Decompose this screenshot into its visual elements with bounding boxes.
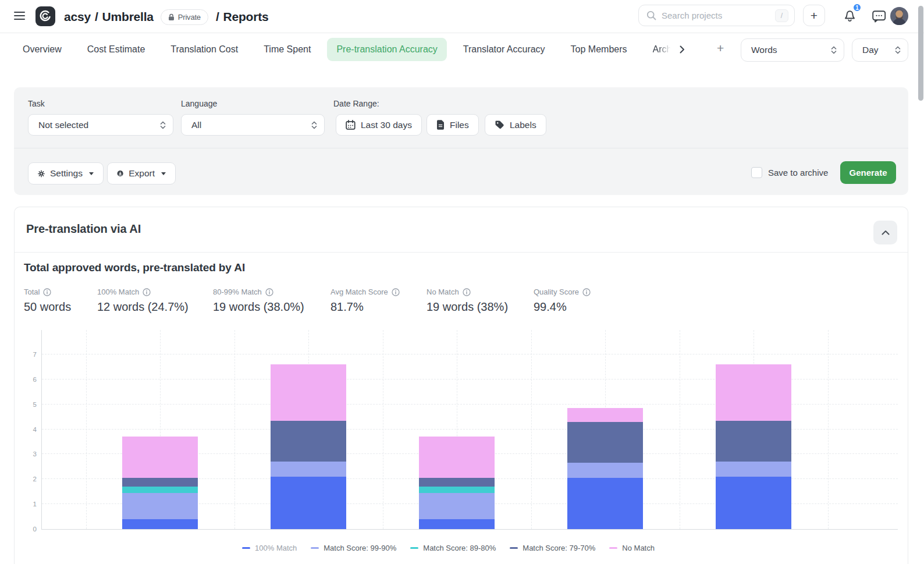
stat-label: 80-99% Match (213, 288, 262, 296)
stat-quality-score: Quality Score99.4% (534, 288, 615, 314)
task-select[interactable]: Not selected (28, 114, 173, 136)
legend-item-match-score-89-80-[interactable]: Match Score: 89-80% (410, 544, 496, 552)
bar-segment (716, 462, 791, 477)
chart-legend: 100% MatchMatch Score: 99-90%Match Score… (2, 544, 895, 552)
info-icon[interactable] (392, 288, 400, 296)
breadcrumb-separator: / (216, 10, 219, 24)
download-icon (117, 168, 123, 179)
info-icon[interactable] (463, 288, 471, 296)
stat-label: 100% Match (97, 288, 139, 296)
stat-100-match: 100% Match12 words (24.7%) (97, 288, 213, 314)
chevron-right-icon (677, 44, 687, 55)
date-range-value: Last 30 days (361, 120, 412, 130)
legend-color-dash (609, 547, 617, 549)
settings-button-label: Settings (50, 168, 83, 179)
breadcrumb-separator: / (95, 10, 98, 24)
period-select-value: Day (862, 45, 879, 55)
info-icon[interactable] (582, 288, 591, 296)
files-filter-label: Files (450, 120, 469, 130)
gear-icon (38, 169, 45, 179)
privacy-badge: Private (161, 9, 208, 25)
language-select[interactable]: All (181, 114, 325, 136)
collapse-button[interactable] (873, 221, 897, 244)
legend-item-match-score-99-90-[interactable]: Match Score: 99-90% (311, 544, 396, 552)
y-axis-label: 0 (33, 526, 37, 533)
y-axis-label: 6 (33, 376, 37, 383)
calendar-icon (346, 120, 356, 130)
bar-segment (271, 477, 346, 529)
messages-button[interactable] (872, 10, 886, 25)
info-icon[interactable] (143, 288, 151, 296)
bar-segment (419, 493, 495, 519)
y-axis-label: 5 (33, 401, 37, 408)
tab-translator-accuracy[interactable]: Translator Accuracy (463, 44, 545, 55)
search-icon (646, 10, 656, 20)
stats-row: Total50 words100% Match12 words (24.7%)8… (24, 288, 615, 314)
date-range-button[interactable]: Last 30 days (336, 114, 422, 136)
topbar: acsy / Umbrella Private / Reports Search… (0, 0, 924, 33)
scrollbar-thumb[interactable] (918, 6, 923, 101)
gridline-horizontal (42, 354, 898, 354)
stat-label: No Match (427, 288, 459, 296)
task-select-value: Not selected (38, 120, 88, 130)
tab-archive[interactable]: Arch (653, 44, 672, 55)
labels-filter-button[interactable]: Labels (485, 114, 546, 136)
select-stepper-icon (160, 120, 166, 130)
stat-label: Total (24, 288, 40, 296)
bar-segment (271, 462, 346, 477)
legend-item-no-match[interactable]: No Match (609, 544, 655, 552)
caret-down-icon (89, 172, 94, 175)
tag-icon (495, 120, 504, 130)
tab-translation-cost[interactable]: Translation Cost (170, 44, 238, 55)
user-avatar[interactable] (890, 7, 908, 25)
settings-button[interactable]: Settings (28, 162, 104, 185)
stat-value: 99.4% (534, 300, 615, 314)
breadcrumb: acsy / Umbrella Private / Reports (64, 8, 268, 26)
legend-color-dash (410, 547, 418, 549)
tab-time-spent[interactable]: Time Spent (264, 44, 311, 55)
tab-top-members[interactable]: Top Members (571, 44, 627, 55)
breadcrumb-team[interactable]: acsy (64, 10, 91, 24)
select-stepper-icon (311, 120, 317, 130)
info-icon[interactable] (43, 288, 51, 296)
app-logo[interactable] (35, 6, 55, 26)
export-button[interactable]: Export (107, 162, 176, 185)
hamburger-menu-icon[interactable] (14, 12, 25, 21)
generate-button[interactable]: Generate (840, 161, 896, 184)
files-filter-button[interactable]: Files (427, 114, 479, 136)
tab-pre-translation-accuracy[interactable]: Pre-translation Accuracy (327, 38, 446, 61)
report-card-header: Pre-translation via AI (15, 207, 908, 253)
create-project-button[interactable]: + (803, 5, 825, 26)
search-input[interactable]: Search projects / (638, 5, 795, 26)
bar-segment (567, 478, 643, 529)
labels-filter-label: Labels (510, 120, 536, 130)
y-axis-label: 7 (33, 351, 37, 358)
add-report-tab-button[interactable]: + (717, 41, 724, 55)
legend-item-match-score-79-70-[interactable]: Match Score: 79-70% (510, 544, 595, 552)
task-filter-label: Task (28, 99, 45, 108)
language-select-value: All (191, 120, 201, 130)
tabs-scroll-right-button[interactable] (677, 44, 687, 55)
report-tabs-bar: Overview Cost Estimate Translation Cost … (0, 33, 924, 66)
caret-down-icon (161, 172, 166, 175)
stat-value: 12 words (24.7%) (97, 300, 213, 314)
privacy-badge-label: Private (178, 13, 201, 22)
bar-segment (122, 487, 198, 493)
stat-total: Total50 words (24, 288, 97, 314)
breadcrumb-project[interactable]: Umbrella (102, 10, 154, 24)
app: acsy / Umbrella Private / Reports Search… (0, 0, 924, 564)
bar-segment (716, 364, 791, 420)
save-to-archive-checkbox[interactable] (751, 167, 762, 178)
legend-item-100-match[interactable]: 100% Match (242, 544, 297, 552)
chat-icon (872, 10, 886, 23)
unit-select[interactable]: Words (741, 38, 844, 62)
legend-label: Match Score: 89-80% (423, 544, 496, 552)
stat-value: 19 words (38%) (427, 300, 534, 314)
tab-overview[interactable]: Overview (23, 44, 62, 55)
tab-cost-estimate[interactable]: Cost Estimate (87, 44, 145, 55)
stat-no-match: No Match19 words (38%) (427, 288, 534, 314)
y-axis-label: 3 (33, 451, 37, 457)
bar-segment (122, 478, 198, 487)
info-icon[interactable] (265, 288, 273, 296)
period-select[interactable]: Day (852, 38, 908, 62)
